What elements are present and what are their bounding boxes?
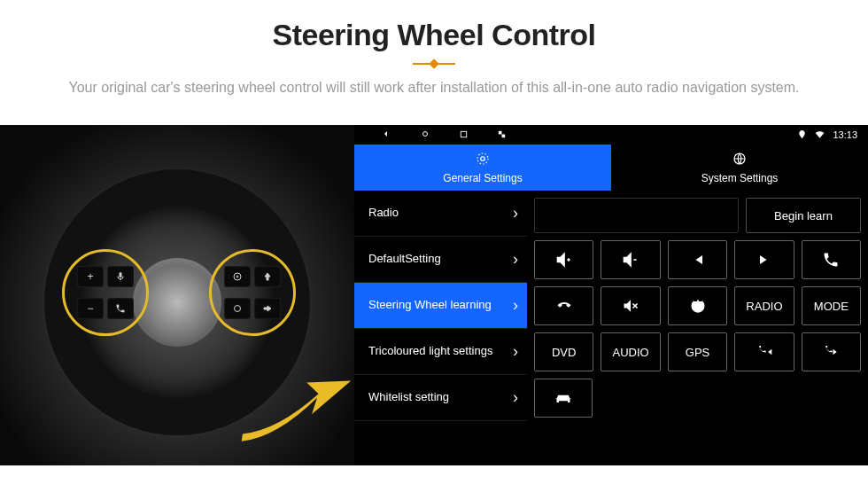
- pod-btn-minus: −: [77, 298, 104, 319]
- swc-phone-button[interactable]: [802, 240, 861, 279]
- sidebar-item-radio[interactable]: Radio ›: [354, 191, 527, 237]
- begin-learn-button[interactable]: Begin learn: [746, 198, 861, 233]
- sidebar-item-label: Steering Wheel learning: [368, 299, 492, 311]
- svg-point-2: [235, 306, 241, 312]
- back-icon[interactable]: [381, 129, 391, 141]
- chevron-right-icon: ›: [513, 297, 518, 315]
- swc-phone-prev-button[interactable]: [734, 332, 794, 371]
- svg-point-7: [481, 157, 485, 161]
- swc-prev-button[interactable]: [668, 240, 727, 279]
- swc-vol-down-button[interactable]: [601, 240, 660, 279]
- recent-icon[interactable]: [459, 129, 469, 141]
- swc-mute-button[interactable]: [601, 286, 660, 325]
- sidebar-item-whitelist[interactable]: Whitelist setting ›: [354, 375, 527, 421]
- swc-learning-panel: Begin learn RADIO MODE: [527, 191, 868, 465]
- steering-wheel-photo: + −: [0, 125, 354, 465]
- swc-car-button[interactable]: [534, 379, 593, 418]
- pod-btn-circle: [224, 298, 251, 319]
- steering-right-pod: [209, 249, 296, 336]
- svg-point-1: [236, 276, 238, 277]
- sidebar-item-label: Tricoloured light settings: [368, 345, 492, 357]
- swc-audio-button[interactable]: AUDIO: [601, 332, 660, 371]
- pod-btn-plus: +: [77, 266, 104, 287]
- globe-icon: [732, 151, 748, 169]
- pod-btn-disc: [224, 266, 251, 287]
- gps-icon: [797, 129, 807, 141]
- android-status-bar: 13:13: [354, 125, 868, 145]
- callout-arrow-icon: [226, 366, 354, 463]
- svg-point-8: [477, 153, 488, 164]
- sidebar-item-swc-learning[interactable]: Steering Wheel learning ›: [354, 283, 527, 329]
- svg-point-0: [234, 273, 241, 280]
- page-title: Steering Wheel Control: [35, 18, 833, 52]
- swc-mode-button[interactable]: MODE: [802, 286, 861, 325]
- sidebar-item-tricolour[interactable]: Tricoloured light settings ›: [354, 329, 527, 375]
- swc-next-button[interactable]: [734, 240, 794, 279]
- swc-dvd-button[interactable]: DVD: [534, 332, 593, 371]
- swc-radio-button[interactable]: RADIO: [734, 286, 794, 325]
- chevron-right-icon: ›: [513, 251, 518, 269]
- tab-system-settings[interactable]: System Settings: [611, 145, 868, 191]
- begin-learn-label: Begin learn: [774, 209, 833, 223]
- chevron-right-icon: ›: [513, 205, 518, 223]
- tab-system-label: System Settings: [701, 172, 779, 184]
- screenshot-icon[interactable]: [497, 129, 507, 141]
- gear-icon: [475, 151, 491, 169]
- sidebar-item-label: Radio: [368, 207, 399, 219]
- svg-rect-4: [461, 131, 466, 137]
- pod-btn-voice: [107, 266, 134, 287]
- chevron-right-icon: ›: [513, 389, 518, 407]
- clock: 13:13: [833, 129, 857, 140]
- swc-hangup-button[interactable]: [534, 286, 593, 325]
- sidebar-item-default[interactable]: DefaultSetting ›: [354, 237, 527, 283]
- swc-gps-button[interactable]: GPS: [668, 332, 727, 371]
- head-unit-screen: 13:13 General Settings System Settings R…: [354, 125, 868, 465]
- svg-point-3: [423, 132, 428, 137]
- page-subtitle: Your original car's steering wheel contr…: [66, 77, 802, 98]
- settings-sidebar: Radio › DefaultSetting › Steering Wheel …: [354, 191, 527, 465]
- home-icon[interactable]: [420, 129, 430, 141]
- swc-vol-up-button[interactable]: [534, 240, 593, 279]
- tab-general-settings[interactable]: General Settings: [354, 145, 611, 191]
- sidebar-item-label: DefaultSetting: [368, 253, 441, 265]
- sidebar-item-label: Whitelist setting: [368, 391, 449, 403]
- chevron-right-icon: ›: [513, 343, 518, 361]
- steering-left-pod: + −: [62, 249, 149, 336]
- pod-btn-right: [254, 298, 281, 319]
- title-underline: [413, 63, 455, 65]
- learn-status-slot: [534, 198, 739, 233]
- swc-phone-next-button[interactable]: [802, 332, 861, 371]
- tab-general-label: General Settings: [443, 172, 522, 184]
- wifi-icon: [814, 129, 825, 142]
- swc-power-button[interactable]: [668, 286, 727, 325]
- pod-btn-up: [254, 266, 281, 287]
- svg-rect-5: [499, 130, 502, 134]
- pod-btn-phone: [107, 298, 134, 319]
- svg-rect-6: [502, 134, 506, 137]
